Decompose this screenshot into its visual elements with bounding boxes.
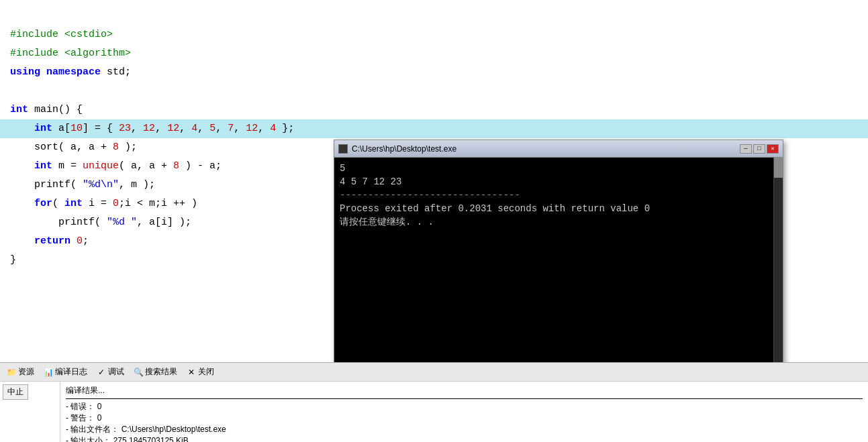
console-divider: -------------------------------- <box>340 188 767 202</box>
resource-label: 资源 <box>18 366 34 378</box>
line-sort: sort( a, a + 8 ); <box>10 142 137 153</box>
toolbar-debug[interactable]: ✓ 调试 <box>93 365 128 380</box>
compile-log-label: 编译日志 <box>55 366 87 378</box>
error-line: - 错误： 0 <box>66 401 863 412</box>
editor-area: #include <cstdio> #include <algorithm> u… <box>0 0 868 362</box>
line-return: return 0; <box>10 235 89 247</box>
toolbar-resource[interactable]: 📁 资源 <box>3 365 38 380</box>
debug-label: 调试 <box>108 366 124 378</box>
line-close: } <box>10 254 16 266</box>
output-line1: 5 <box>340 162 767 175</box>
console-window: C:\Users\hp\Desktop\test.exe ─ □ ✕ 5 4 5… <box>334 140 783 362</box>
minimize-button[interactable]: ─ <box>740 144 752 154</box>
stop-button[interactable]: 中止 <box>3 384 28 400</box>
output-right: 编译结果... - 错误： 0 - 警告： 0 - 输出文件名： C:\User… <box>60 382 868 442</box>
close-label: 关闭 <box>198 366 214 378</box>
compile-log-icon: 📊 <box>44 368 53 377</box>
output-separator <box>66 398 863 399</box>
console-controls[interactable]: ─ □ ✕ <box>740 144 779 154</box>
warning-line: - 警告： 0 <box>66 412 863 424</box>
process-text: Process exited after 0.2031 seconds with… <box>340 202 767 215</box>
scrollbar-thumb[interactable] <box>774 158 783 178</box>
warning-label: 警告： <box>70 413 95 423</box>
console-scrollbar[interactable] <box>773 158 783 362</box>
toolbar-search[interactable]: 🔍 搜索结果 <box>130 365 181 380</box>
console-body: 5 4 5 7 12 23 --------------------------… <box>334 158 783 362</box>
line-printf1: printf( "%d\n", m ); <box>10 179 155 190</box>
toolbar-compile-log[interactable]: 📊 编译日志 <box>40 365 91 380</box>
output-size-label: 输出大小： <box>70 436 111 442</box>
output-file-line: - 输出文件名： C:\Users\hp\Desktop\test.exe <box>66 424 863 435</box>
output-file-value: C:\Users\hp\Desktop\test.exe <box>122 425 226 434</box>
output-left: 中止 <box>0 382 60 442</box>
output-line2: 4 5 7 12 23 <box>340 175 767 188</box>
console-title: C:\Users\hp\Desktop\test.exe <box>338 144 456 154</box>
search-label: 搜索结果 <box>145 366 177 378</box>
toolbar-close[interactable]: ✕ 关闭 <box>183 365 218 380</box>
line-main: int main() { <box>10 104 83 115</box>
restore-button[interactable]: □ <box>753 144 765 154</box>
output-size-line: - 输出大小： 275.1845703125 KiB <box>66 435 863 442</box>
line-for: for( int i = 0;i < m;i ++ ) <box>10 198 197 209</box>
output-file-label: 输出文件名： <box>70 425 119 434</box>
bottom-panel: 中止 编译结果... - 错误： 0 - 警告： 0 - 输出文件名： C:\U… <box>0 381 868 442</box>
bottom-toolbar: 📁 资源 📊 编译日志 ✓ 调试 🔍 搜索结果 ✕ 关闭 <box>0 362 868 381</box>
close-button[interactable]: ✕ <box>767 144 779 154</box>
warning-value: 0 <box>97 413 102 423</box>
line-array: int a[10] = { 23, 12, 12, 4, 5, 7, 12, 4… <box>0 119 868 138</box>
output-size-value: 275.1845703125 KiB <box>113 436 189 442</box>
continue-text: 请按任意键继续. . . <box>340 215 767 229</box>
console-title-text: C:\Users\hp\Desktop\test.exe <box>352 144 456 154</box>
console-titlebar: C:\Users\hp\Desktop\test.exe ─ □ ✕ <box>334 140 783 158</box>
resource-icon: 📁 <box>7 368 16 377</box>
console-output: 5 4 5 7 12 23 --------------------------… <box>340 162 777 229</box>
output-title: 编译结果... <box>66 384 863 396</box>
line-include2: #include <algorithm> <box>10 48 131 59</box>
line-include1: #include <cstdio> <box>10 29 113 40</box>
close-icon: ✕ <box>187 368 196 377</box>
line-printf2: printf( "%d ", a[i] ); <box>10 217 191 228</box>
error-value: 0 <box>97 402 102 411</box>
error-label: 错误： <box>70 402 95 411</box>
search-icon: 🔍 <box>134 368 143 377</box>
debug-icon: ✓ <box>97 368 106 377</box>
line-using: using namespace std; <box>10 66 131 78</box>
console-icon <box>338 144 348 154</box>
line-unique: int m = unique( a, a + 8 ) - a; <box>10 160 222 172</box>
